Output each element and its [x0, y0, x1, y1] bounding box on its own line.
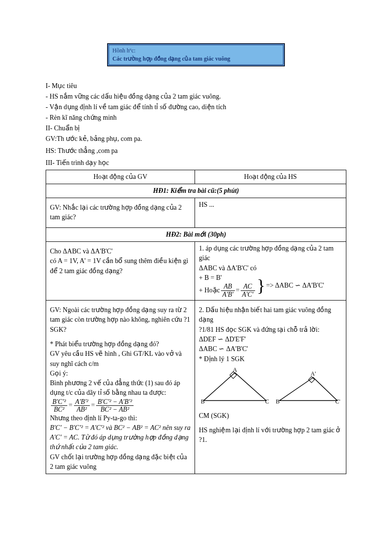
- title-line-1: Hõnh hºc:: [112, 47, 280, 55]
- r1-hs-l1: 1. áp dụng các trường hợp đồng dạng của …: [199, 244, 342, 264]
- title-line-2: Các trường hợp đồng dạng của tam giác vu…: [112, 55, 280, 63]
- svg-text:B: B: [201, 398, 205, 405]
- table-row: GV: Ngoài các trường hợp đồng dạng suy r…: [46, 301, 346, 474]
- fraction: B'C'² − A'B'² BC² − AB²: [96, 398, 134, 414]
- r2-hs-l6: CM (SGK): [199, 411, 342, 421]
- triangle-row: A B C A' B' C': [199, 367, 342, 405]
- hd1-hs-cell: HS ...: [195, 198, 346, 228]
- r2-gv-l1: GV: Ngoài các trường hợp đồng dạng suy r…: [50, 305, 191, 335]
- r2-gv-cell: GV: Ngoài các trường hợp đồng dạng suy r…: [46, 301, 195, 474]
- r1-gv-l2: có A = 1V, A' = 1V cần bổ sung thêm điều…: [50, 256, 191, 276]
- fraction: AC A'C': [241, 283, 255, 298]
- r2-hs-l2: ?1/81 HS đọc SGK và đứng tại chỗ trả lời…: [199, 325, 342, 335]
- fraction: B'C'² BC²: [51, 398, 67, 414]
- svg-text:A': A': [311, 370, 316, 377]
- section-row: HĐ2: Bài mới (30ph): [46, 227, 346, 241]
- table-header-row: Hoạt động của GV Hoạt động của HS: [46, 170, 346, 184]
- intro-line: - Vận dụng định lí về tam giác để tính t…: [46, 102, 346, 112]
- r1-hs-l3a: + B = B': [199, 273, 256, 283]
- intro-line: II- Chuẩn bị: [46, 123, 346, 133]
- r2-hs-l4: ΔABC ∽ ΔA'B'C': [199, 344, 342, 354]
- r2-gv-l5: Bình phương 2 vế của đẳng thức (1) sau đ…: [50, 378, 191, 398]
- r2-hs-l7: HS nghiệm lại định lí với trường hợp 2 t…: [199, 426, 342, 445]
- svg-text:C': C': [335, 398, 340, 405]
- equals-sign: =: [68, 401, 73, 410]
- col-header-hs: Hoạt động của HS: [195, 170, 346, 184]
- r1-gv-l1: Cho ΔABC và ΔA'B'C': [50, 247, 191, 256]
- intro-line: HS: Thước thẳng ,com pa: [46, 146, 346, 156]
- intro-line: - Rèn kĩ năng chứng minh: [46, 113, 346, 123]
- r2-gv-l3: GV yêu cầu HS vẽ hình , Ghi GT/KL vào vở…: [50, 349, 191, 369]
- r2-gv-l7: B'C' − B'C'² = A'C'² và BC² − AB² = AC² …: [50, 423, 191, 452]
- table-row: GV: Nhắc lại các trường hợp đồng dạng củ…: [46, 198, 346, 228]
- r2-hs-l3: ΔDEF ∽ ΔD'E'F': [199, 335, 342, 344]
- equals-sign: =: [91, 401, 95, 410]
- r2-gv-l6: Nhưng theo định lí Py-ta-go thì:: [50, 414, 191, 423]
- hd1-gv-cell: GV: Nhắc lại các trường hợp đồng dạng củ…: [46, 198, 195, 228]
- svg-text:B': B': [276, 398, 281, 405]
- triangle-aprime-icon: A' B' C': [275, 367, 342, 405]
- r2-gv-l4: Gọi ý:: [50, 369, 191, 378]
- r2-gv-eq1: B'C'² BC² = A'B'² AB² = B'C'² − A'B'² BC…: [50, 398, 191, 414]
- fraction: A'B'² AB²: [74, 398, 90, 414]
- r2-hs-cell: 2. Dấu hiệu nhận biết hai tam giác vuông…: [195, 301, 346, 474]
- hd2-title: HĐ2: Bài mới (30ph): [46, 227, 346, 241]
- fraction: AB A'B': [221, 283, 235, 298]
- r1-hs-cell: 1. áp dụng các trường hợp đồng dạng của …: [195, 242, 346, 301]
- intro-block: I- Mục tiêu - HS nắm vững các dấu hiệu đ…: [46, 81, 346, 168]
- intro-line: I- Mục tiêu: [46, 81, 346, 91]
- r2-hs-l1: 2. Dấu hiệu nhận biết hai tam giác vuông…: [199, 305, 342, 325]
- svg-text:A: A: [233, 367, 237, 373]
- hd1-title: HĐ1: Kiểm tra bài cũ:(5 phút): [46, 184, 346, 198]
- triangle-abc-icon: A B C: [199, 367, 271, 405]
- r1-gv-cell: Cho ΔABC và ΔA'B'C' có A = 1V, A' = 1V c…: [46, 242, 195, 301]
- intro-line: III- Tiến trình dạy học: [46, 158, 346, 168]
- r1-hs-l3b-prefix: + Hoặc: [199, 286, 220, 295]
- equals-sign: =: [236, 286, 240, 295]
- intro-line: GV:Th ước kẻ, bảng phụ, com pa.: [46, 134, 346, 144]
- r2-hs-l5: * Định lý 1 SGK: [199, 354, 342, 364]
- section-row: HĐ1: Kiểm tra bài cũ:(5 phút): [46, 184, 346, 198]
- svg-text:C: C: [265, 398, 269, 405]
- title-box: Hõnh hºc: Các trường hợp đồng dạng của t…: [107, 43, 285, 66]
- r2-gv-l8: GV chốt lại trường hợp đồng dạng đặc biệ…: [50, 452, 191, 472]
- table-row: Cho ΔABC và ΔA'B'C' có A = 1V, A' = 1V c…: [46, 242, 346, 301]
- intro-line: - HS nắm vững các dấu hiệu đồng dạng của…: [46, 91, 346, 101]
- r1-hs-eq-block: + B = B' + Hoặc AB A'B' = AC A'C': [199, 273, 342, 298]
- hd1-gv-text: GV: Nhắc lại các trường hợp đồng dạng củ…: [50, 204, 182, 221]
- r1-hs-conclusion: => ΔABC ∽ ΔA'B'C': [266, 281, 324, 290]
- r2-gv-l2: * Phát biểu trường hợp đồng dạng đó?: [50, 339, 191, 349]
- r1-hs-l2: ΔABC và ΔA'B'C' có: [199, 264, 342, 273]
- svg-marker-5: [280, 377, 337, 401]
- lesson-table: Hoạt động của GV Hoạt động của HS HĐ1: K…: [46, 170, 346, 475]
- hd1-hs-text: HS ...: [199, 201, 214, 208]
- right-brace-icon: }: [257, 277, 265, 294]
- col-header-gv: Hoạt động của GV: [46, 170, 195, 184]
